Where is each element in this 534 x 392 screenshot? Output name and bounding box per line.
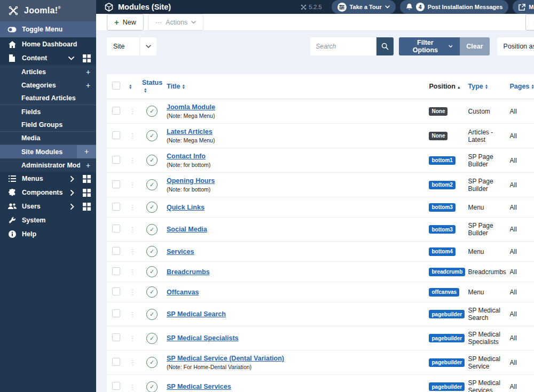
sidebar-item-help[interactable]: Help — [0, 227, 96, 241]
add-admin-module-button[interactable]: + — [80, 161, 96, 170]
module-title-link[interactable]: Quick Links — [167, 204, 205, 211]
sidebar-item-media[interactable]: Media — [0, 132, 96, 145]
drag-handle-icon[interactable]: ⋮ — [125, 242, 140, 262]
status-published-icon[interactable]: ✓ — [146, 381, 158, 392]
select-all-checkbox[interactable] — [112, 82, 120, 90]
title-column-header[interactable]: Title▲▼ — [164, 74, 427, 99]
status-column-header[interactable]: Status▲▼ — [140, 74, 164, 99]
ordering-column-header[interactable]: ▲▼ — [125, 74, 140, 99]
type-column-header[interactable]: Type▲▼ — [466, 74, 507, 99]
add-category-button[interactable]: + — [80, 81, 96, 90]
dashboard-grid-icon[interactable] — [83, 203, 91, 211]
position-column-header[interactable]: Position▲ — [427, 74, 466, 99]
new-button[interactable]: + New — [107, 14, 144, 30]
drag-handle-icon[interactable]: ⋮ — [125, 148, 140, 173]
status-published-icon[interactable]: ✓ — [146, 286, 158, 298]
sidebar-item-content[interactable]: Content — [0, 51, 96, 65]
sidebar-item-articles[interactable]: Articles + — [0, 65, 96, 78]
row-checkbox[interactable] — [112, 247, 120, 255]
row-checkbox[interactable] — [112, 225, 120, 233]
add-site-module-button[interactable]: + — [77, 145, 96, 158]
status-published-icon[interactable]: ✓ — [146, 333, 158, 344]
row-checkbox[interactable] — [112, 203, 120, 211]
row-checkbox[interactable] — [112, 333, 120, 341]
sidebar-item-site-modules[interactable]: Site Modules + — [0, 145, 96, 158]
row-checkbox[interactable] — [112, 107, 120, 115]
row-checkbox[interactable] — [112, 131, 120, 139]
pages-column-header[interactable]: Pages▲▼ — [507, 74, 534, 99]
status-published-icon[interactable]: ✓ — [146, 130, 158, 141]
sidebar-item-menus[interactable]: Menus — [0, 172, 96, 186]
module-title-link[interactable]: Social Media — [167, 226, 207, 233]
sidebar-item-featured-articles[interactable]: Featured Articles — [0, 92, 96, 105]
drag-handle-icon[interactable]: ⋮ — [125, 302, 140, 326]
sidebar-item-system[interactable]: System — [0, 213, 96, 227]
status-published-icon[interactable]: ✓ — [146, 266, 158, 277]
module-title-link[interactable]: Services — [167, 248, 194, 255]
actions-button[interactable]: ··· Actions — [148, 14, 204, 30]
module-title-link[interactable]: Breadcrumbs — [167, 268, 210, 276]
sidebar-item-categories[interactable]: Categories + — [0, 78, 96, 92]
drag-handle-icon[interactable]: ⋮ — [125, 262, 140, 282]
module-title-link[interactable]: Opening Hours — [167, 177, 215, 185]
status-published-icon[interactable]: ✓ — [146, 179, 158, 190]
sidebar-item-administrator-modules[interactable]: Administrator Modules + — [0, 158, 96, 172]
status-published-icon[interactable]: ✓ — [146, 224, 158, 235]
add-articles-button[interactable]: + — [80, 68, 96, 76]
status-published-icon[interactable]: ✓ — [146, 246, 158, 257]
row-checkbox[interactable] — [112, 180, 120, 188]
sidebar-item-fields[interactable]: Fields — [0, 105, 96, 118]
clear-button[interactable]: Clear — [460, 37, 489, 55]
row-checkbox[interactable] — [112, 382, 120, 390]
module-title-link[interactable]: SP Medical Service (Dental Variation) — [167, 355, 284, 362]
sidebar-item-toggle-menu[interactable]: Toggle Menu — [0, 21, 96, 37]
drag-handle-icon[interactable]: ⋮ — [125, 124, 140, 148]
drag-handle-icon[interactable]: ⋮ — [125, 218, 140, 242]
row-checkbox[interactable] — [112, 309, 120, 317]
position-badge: bottom3 — [429, 203, 455, 212]
module-title-link[interactable]: Offcanvas — [167, 289, 199, 296]
drag-handle-icon[interactable]: ⋮ — [125, 326, 140, 350]
module-title-link[interactable]: SP Medical Search — [167, 310, 226, 318]
status-published-icon[interactable]: ✓ — [146, 202, 158, 213]
row-checkbox[interactable] — [112, 156, 120, 164]
module-pages: All — [507, 148, 534, 173]
row-checkbox[interactable] — [112, 267, 120, 275]
row-checkbox[interactable] — [112, 358, 120, 366]
sidebar-item-home-dashboard[interactable]: Home Dashboard — [0, 37, 96, 51]
drag-handle-icon[interactable]: ⋮ — [125, 375, 140, 392]
client-select[interactable]: Site — [107, 37, 156, 55]
drag-handle-icon[interactable]: ⋮ — [125, 173, 140, 197]
status-published-icon[interactable]: ✓ — [146, 106, 158, 117]
filter-options-button[interactable]: Filter Options — [399, 37, 460, 55]
dashboard-grid-icon[interactable] — [83, 54, 91, 62]
options-button[interactable]: Options — [525, 14, 534, 30]
post-installation-messages-button[interactable]: 4 Post Installation Messages — [400, 0, 509, 14]
joomla-logo-icon — [7, 5, 19, 17]
sidebar-item-users[interactable]: Users — [0, 199, 96, 213]
module-title-link[interactable]: Latest Articles — [167, 128, 213, 135]
module-title-link[interactable]: SP Medical Specialists — [167, 334, 239, 342]
sidebar-item-components[interactable]: Components — [0, 186, 96, 199]
table-row: ⋮ ✓ Services bottom4 Menu All Public 103 — [107, 242, 534, 262]
search-input[interactable] — [310, 37, 375, 55]
module-title-link[interactable]: Joomla Module — [167, 103, 215, 111]
take-a-tour-button[interactable]: Take a Tour — [332, 0, 396, 14]
search-button[interactable] — [376, 37, 394, 55]
module-title-link[interactable]: Contact Info — [167, 153, 206, 160]
sidebar-item-field-groups[interactable]: Field Groups — [0, 118, 96, 132]
drag-handle-icon[interactable]: ⋮ — [125, 282, 140, 302]
filter-options-group: Filter Options Clear — [399, 37, 489, 55]
module-title-link[interactable]: SP Medical Services — [167, 383, 231, 390]
drag-handle-icon[interactable]: ⋮ — [125, 99, 140, 124]
preview-site-button[interactable]: Medico — [513, 0, 534, 14]
row-checkbox[interactable] — [112, 287, 120, 295]
sort-select[interactable]: Position ascending — [497, 37, 534, 55]
status-published-icon[interactable]: ✓ — [146, 155, 158, 166]
drag-handle-icon[interactable]: ⋮ — [125, 197, 140, 218]
status-published-icon[interactable]: ✓ — [146, 309, 158, 320]
dashboard-grid-icon[interactable] — [83, 175, 91, 183]
status-published-icon[interactable]: ✓ — [146, 357, 158, 368]
dashboard-grid-icon[interactable] — [83, 189, 91, 197]
drag-handle-icon[interactable]: ⋮ — [125, 350, 140, 375]
